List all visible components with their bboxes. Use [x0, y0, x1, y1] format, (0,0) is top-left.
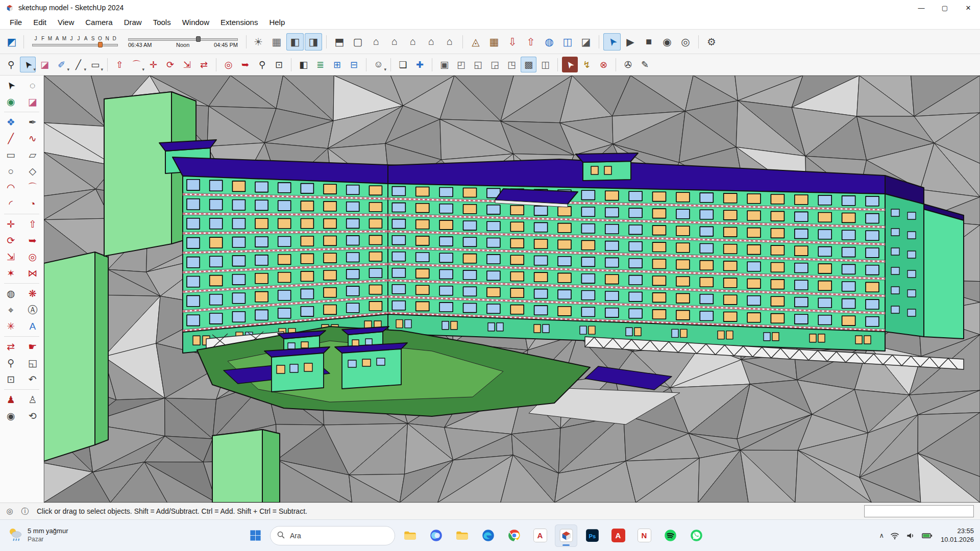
look-around-tool[interactable]: ◉ [2, 408, 19, 424]
arc-tool[interactable]: ◠ [2, 180, 19, 195]
sandbox-grid-icon[interactable]: ▦ [485, 33, 503, 51]
shadow-time-slider[interactable]: 06:43 AM Noon 04:45 PM [128, 36, 238, 48]
rotated-rectangle-tool[interactable]: ▱ [24, 147, 41, 163]
scale-tool[interactable]: ⇲ [2, 249, 19, 265]
taskbar-app-folder[interactable] [451, 524, 473, 547]
orient-faces-icon[interactable]: ◫ [559, 33, 576, 51]
rotate-icon[interactable]: ⟳ [162, 57, 178, 72]
select-icon-dropdown[interactable]: ▾ [33, 67, 36, 72]
circle-tool[interactable]: ○ [2, 163, 19, 179]
offset-tool[interactable]: ◎ [24, 249, 41, 265]
pie-tool[interactable]: ◔ [24, 196, 41, 212]
solid-subtract-icon[interactable]: ◰ [453, 57, 469, 72]
solid-outer-shell-icon[interactable]: ▩ [521, 57, 536, 72]
tape-measure-tool[interactable]: ⌖ [2, 302, 19, 318]
freehand-tool[interactable]: ∿ [24, 131, 41, 146]
menu-camera[interactable]: Camera [80, 16, 118, 28]
geolocation-status-icon[interactable]: ◎ [4, 506, 15, 517]
start-button[interactable] [244, 524, 266, 547]
move-icon[interactable]: ✛ [145, 57, 161, 72]
mirror-tool[interactable]: ⋈ [24, 265, 41, 281]
follow-me-icon[interactable]: ➥ [237, 57, 253, 72]
component-person-icon[interactable]: ☺▾ [371, 57, 386, 72]
maximize-button[interactable]: ▢ [933, 0, 957, 15]
zoom-icon[interactable]: ⚲ [254, 57, 270, 72]
taskbar-app-acrobat[interactable]: A [607, 524, 629, 547]
quick-launch-icon[interactable]: ↯ [579, 57, 595, 72]
ink-tool[interactable]: ✒ [24, 114, 41, 130]
three-point-arc-tool[interactable]: ◜ [2, 196, 19, 212]
battery-icon[interactable] [921, 530, 933, 541]
menu-help[interactable]: Help [263, 16, 290, 28]
menu-extensions[interactable]: Extensions [215, 16, 263, 28]
record-scene-icon[interactable]: ◉ [658, 33, 676, 51]
menu-tools[interactable]: Tools [148, 16, 177, 28]
minimize-button[interactable]: — [910, 0, 933, 15]
paint-icon-dropdown[interactable]: ▾ [67, 67, 69, 72]
settings-gear-icon[interactable]: ⚙ [703, 33, 720, 51]
extension-cursor-icon[interactable]: ➤ [562, 57, 578, 72]
weld-tool[interactable]: ◍ [2, 286, 19, 302]
template-model-icon[interactable]: ◩ [3, 33, 20, 51]
taskbar-app-photoshop[interactable]: Ps [581, 524, 603, 547]
taskbar-search[interactable]: Ara [270, 526, 395, 545]
tags-icon[interactable]: ≣ [312, 57, 328, 72]
menu-file[interactable]: File [4, 16, 28, 28]
solid-split-icon[interactable]: ◳ [504, 57, 520, 72]
drape-icon[interactable]: ⇩ [504, 33, 521, 51]
follow-me-tool[interactable]: ➥ [24, 233, 41, 248]
rectangle-icon-dropdown[interactable]: ▾ [101, 67, 103, 72]
rotate-tool[interactable]: ⟳ [2, 233, 19, 248]
taskbar-app-spotify[interactable] [659, 524, 681, 547]
rectangle-tool[interactable]: ▭ [2, 147, 19, 163]
volume-icon[interactable] [905, 531, 916, 541]
paint-bucket-tool[interactable]: ◉ [2, 94, 19, 110]
view-right-icon[interactable]: ⌂ [423, 33, 440, 51]
line-icon-dropdown[interactable]: ▾ [84, 67, 86, 72]
view-iso-icon[interactable]: ⬒ [331, 33, 348, 51]
push-pull-tool[interactable]: ⇧ [24, 216, 41, 232]
solid-trim-icon[interactable]: ◱ [470, 57, 486, 72]
stop-animation-icon[interactable]: ■ [640, 33, 657, 51]
wifi-icon[interactable] [890, 531, 900, 541]
component-tool[interactable]: ❖ [2, 114, 19, 130]
date-slider-thumb[interactable] [98, 42, 103, 47]
component-person-icon-dropdown[interactable]: ▾ [384, 67, 386, 72]
view-back-icon[interactable]: ⌂ [386, 33, 403, 51]
section-display-icon[interactable]: ◪ [577, 33, 595, 51]
play-animation-icon[interactable]: ▶ [622, 33, 639, 51]
select-icon[interactable]: ➤▾ [20, 57, 36, 72]
push-pull-icon[interactable]: ⇧ [112, 57, 128, 72]
time-slider-thumb[interactable] [196, 36, 201, 42]
sandbox-contours-icon[interactable]: ◬ [467, 33, 484, 51]
scale-icon[interactable]: ⇲ [179, 57, 195, 72]
menu-view[interactable]: View [52, 16, 80, 28]
zoom-extents-icon[interactable]: ⊡ [271, 57, 287, 72]
tray-chevron-icon[interactable]: ∧ [879, 532, 884, 539]
solid-tools-icon[interactable]: ◫ [537, 57, 553, 72]
new-model-icon[interactable]: ❏ [395, 57, 411, 72]
taskbar-app-notepad[interactable]: N [633, 524, 655, 547]
section-plane-icon[interactable]: ◧ [296, 57, 311, 72]
view-front-icon[interactable]: ⌂ [368, 33, 385, 51]
view-bottom-icon[interactable]: ⌂ [441, 33, 458, 51]
eraser-icon[interactable]: ◪ [37, 57, 53, 72]
select-tool[interactable]: ➤ [2, 78, 19, 93]
two-point-arc-tool[interactable]: ⌒ [24, 180, 41, 195]
text-tool[interactable]: Ⓐ [24, 302, 41, 318]
paint-icon[interactable]: ✐▾ [54, 57, 69, 72]
taskbar-app-copilot[interactable] [425, 524, 447, 547]
line-icon[interactable]: ╱▾ [70, 57, 86, 72]
weather-widget[interactable]: 5 mm yağmur Pazar [0, 526, 75, 545]
arc-icon[interactable]: ⌒▾ [129, 57, 144, 72]
zoom-tool[interactable]: ⚲ [2, 355, 19, 371]
zoom-extents-tool[interactable]: ⊡ [2, 371, 19, 387]
help-info-icon[interactable]: ⓘ [19, 506, 31, 517]
taskbar-app-edge[interactable] [477, 524, 499, 547]
menu-window[interactable]: Window [177, 16, 215, 28]
arc-icon-dropdown[interactable]: ▾ [142, 67, 144, 72]
flip-icon[interactable]: ⇄ [196, 57, 212, 72]
solid-intersect-icon[interactable]: ◲ [487, 57, 503, 72]
3d-text-tool[interactable]: A [24, 318, 41, 334]
add-collaborator-icon[interactable]: ✚ [412, 57, 428, 72]
